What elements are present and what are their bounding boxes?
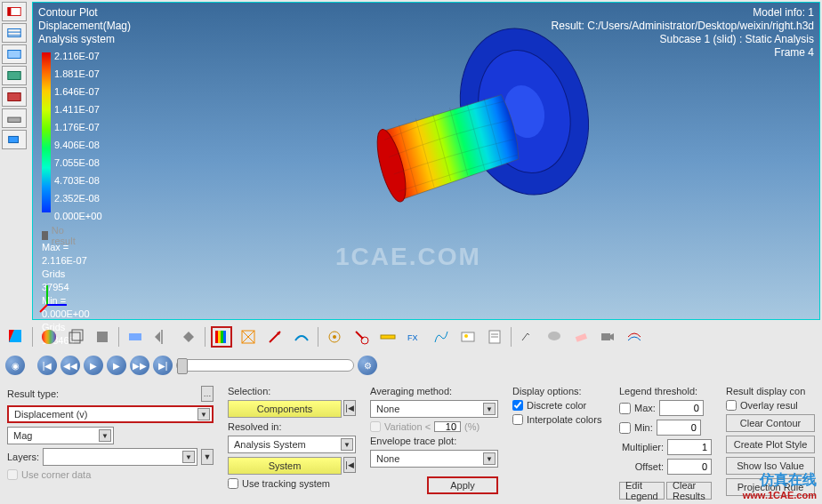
svg-rect-2 <box>8 29 20 37</box>
contour-panel-icon[interactable] <box>211 326 232 348</box>
playback-bar: ◉ |◀ ◀◀ ▶ ▶ ▶▶ ▶| ⚙ <box>4 352 818 379</box>
max-input[interactable] <box>659 400 704 416</box>
svg-point-44 <box>548 332 560 340</box>
query-icon[interactable] <box>351 326 372 348</box>
tool-icon-4[interactable] <box>2 66 27 85</box>
tool-icon-6[interactable] <box>2 108 27 128</box>
envelope-dropdown[interactable]: None▼ <box>370 450 498 468</box>
stream-icon[interactable] <box>624 326 645 348</box>
resolved-dropdown[interactable]: Analysis System▼ <box>228 436 356 453</box>
svg-rect-29 <box>218 331 221 343</box>
components-button[interactable]: Components <box>228 400 342 418</box>
tensor-icon[interactable] <box>238 326 259 348</box>
skip-end-button[interactable]: ▶| <box>153 356 173 375</box>
projection-rule-button[interactable]: Projection Rule <box>726 478 815 496</box>
svg-text:FX: FX <box>407 333 418 342</box>
svg-point-35 <box>333 335 336 339</box>
svg-marker-47 <box>610 333 614 340</box>
viewport[interactable]: Contour Plot Displacement(Mag) Analysis … <box>32 2 820 320</box>
show-iso-button[interactable]: Show Iso Value <box>726 457 815 475</box>
variation-checkbox[interactable]: Variation < (%) <box>370 421 498 432</box>
displacement-label: Displacement(Mag) <box>38 20 131 33</box>
discrete-color-checkbox[interactable]: Discrete color <box>512 400 605 411</box>
svg-rect-8 <box>8 117 20 122</box>
results-toolbar: FX <box>4 324 818 350</box>
use-tracking-checkbox[interactable]: Use tracking system <box>228 478 356 489</box>
layers-filter-button[interactable]: ▼ <box>201 449 214 465</box>
tool-icon-7[interactable] <box>2 130 27 149</box>
cube-solid-icon[interactable] <box>92 326 113 348</box>
tool-icon-1[interactable] <box>2 2 27 21</box>
measure-icon[interactable] <box>377 326 399 348</box>
interpolate-checkbox[interactable]: Interpolate colors <box>512 414 605 425</box>
svg-rect-46 <box>601 333 610 340</box>
tracking-icon[interactable] <box>324 326 345 348</box>
tool-icon-3[interactable] <box>2 44 27 64</box>
svg-line-16 <box>40 305 47 312</box>
edit-legend-button[interactable]: Edit Legend <box>619 482 665 500</box>
create-plot-style-button[interactable]: Create Plot Style <box>726 436 815 453</box>
svg-rect-37 <box>381 335 395 339</box>
variation-input[interactable] <box>434 421 461 432</box>
result-type-label: Result type: <box>7 388 59 399</box>
cube-wire-icon[interactable] <box>65 326 86 348</box>
multiplier-input[interactable] <box>667 439 712 455</box>
result-type-more-button[interactable]: … <box>201 386 214 402</box>
overlay-checkbox[interactable]: Overlay resul <box>726 400 815 411</box>
skip-start-button[interactable]: |◀ <box>37 356 57 375</box>
averaging-dropdown[interactable]: None▼ <box>370 400 498 418</box>
legend-bar <box>42 52 51 212</box>
play-back-button[interactable]: ▶ <box>84 356 103 375</box>
tool-icon-5[interactable] <box>2 87 27 107</box>
selection-label: Selection: <box>228 386 356 396</box>
svg-marker-27 <box>183 332 194 342</box>
tool-icon-2[interactable] <box>2 23 27 43</box>
min-input[interactable] <box>657 420 701 436</box>
result-component-dropdown[interactable]: Mag▼ <box>7 427 114 444</box>
sphere-icon[interactable] <box>38 326 60 348</box>
apply-button[interactable]: Apply <box>427 476 498 494</box>
fbd-icon[interactable]: FX <box>404 326 425 348</box>
layers-label: Layers: <box>7 452 39 462</box>
streamline-icon[interactable] <box>431 326 452 348</box>
clear-results-button[interactable]: Clear Results <box>666 482 712 500</box>
result-display-label: Result display con <box>726 386 815 396</box>
watermark: 1CAE.COM <box>335 243 481 271</box>
min-checkbox[interactable] <box>619 422 631 434</box>
svg-point-36 <box>361 337 368 344</box>
mirror-icon[interactable] <box>151 326 173 348</box>
svg-rect-9 <box>9 136 19 142</box>
image-icon[interactable] <box>457 326 479 348</box>
rewind-button[interactable]: ◀◀ <box>60 356 80 375</box>
chat-icon[interactable] <box>544 326 565 348</box>
svg-rect-30 <box>221 331 223 343</box>
use-corner-checkbox[interactable]: Use corner data <box>7 469 214 480</box>
first-frame-button[interactable]: ◉ <box>5 356 25 375</box>
max-checkbox[interactable] <box>619 403 631 414</box>
erase-icon[interactable] <box>570 326 592 348</box>
annotation-icon[interactable] <box>517 326 538 348</box>
system-prev-button[interactable]: |◀ <box>343 457 356 473</box>
legend-val: 4.703E-08 <box>54 172 102 189</box>
svg-rect-28 <box>215 331 218 343</box>
iso-icon[interactable] <box>178 326 199 348</box>
notes-icon[interactable] <box>484 326 505 348</box>
play-button[interactable]: ▶ <box>107 356 126 375</box>
svg-rect-39 <box>462 332 474 341</box>
contour-icon[interactable] <box>5 326 27 348</box>
video-icon[interactable] <box>597 326 618 348</box>
deformed-icon[interactable] <box>291 326 312 348</box>
legend-val: 2.352E-08 <box>54 189 102 207</box>
vector-icon[interactable] <box>264 326 286 348</box>
forward-button[interactable]: ▶▶ <box>130 356 149 375</box>
offset-input[interactable] <box>667 459 712 475</box>
layers-dropdown[interactable]: ▼ <box>43 448 197 466</box>
frame-slider[interactable] <box>176 359 354 372</box>
settings-button[interactable]: ⚙ <box>358 356 377 375</box>
selection-prev-button[interactable]: |◀ <box>343 400 356 416</box>
section-icon[interactable] <box>125 326 146 348</box>
clear-contour-button[interactable]: Clear Contour <box>726 414 815 432</box>
analysis-label: Analysis system <box>38 33 131 46</box>
result-type-dropdown[interactable]: Displacement (v)▼ <box>7 405 214 423</box>
system-button[interactable]: System <box>228 457 342 475</box>
